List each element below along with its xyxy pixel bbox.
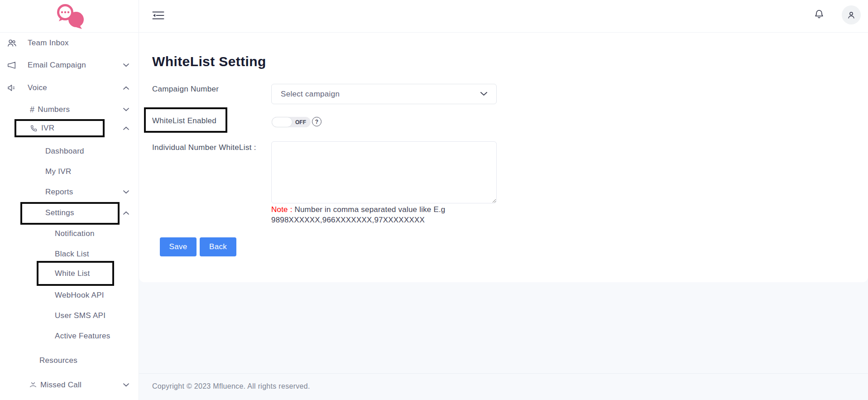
sidebar-item-my-ivr[interactable]: My IVR [0, 164, 139, 179]
hash-icon: # [30, 105, 34, 115]
whitelist-textarea[interactable] [271, 141, 497, 203]
chevron-down-icon [480, 92, 487, 96]
chevron-up-icon [123, 211, 129, 215]
whitelist-enabled-label: WhiteList Enabled [152, 116, 216, 125]
sidebar-item-missed-call[interactable]: Missed Call [0, 377, 139, 393]
sidebar-item-email-campaign[interactable]: Email Campaign [0, 58, 139, 73]
toggle-state-label: OFF [295, 117, 306, 127]
user-avatar[interactable] [842, 5, 861, 24]
note-body: Number in comma separated value like E.g [293, 205, 446, 214]
sidebar-item-label: White List [55, 269, 90, 278]
people-icon [7, 38, 17, 48]
sidebar-item-label: Team Inbox [28, 39, 69, 48]
sidebar-item-reports[interactable]: Reports [0, 184, 139, 200]
sidebar-divider [0, 32, 139, 33]
chevron-down-icon [123, 108, 129, 111]
sidebar-item-user-sms-api[interactable]: User SMS API [0, 308, 139, 323]
toggle-knob[interactable] [272, 117, 293, 127]
back-button[interactable]: Back [200, 237, 236, 256]
sidebar-item-black-list[interactable]: Black List [0, 246, 139, 262]
save-button[interactable]: Save [160, 237, 197, 256]
sidebar-item-label: Voice [28, 83, 47, 92]
sidebar-item-dashboard[interactable]: Dashboard [0, 144, 139, 159]
phone-icon [30, 124, 38, 132]
sidebar-item-voice[interactable]: Voice [0, 80, 139, 96]
app-window: Team Inbox Email Campaign Voice [0, 0, 868, 400]
brand-logo-icon[interactable] [53, 2, 85, 30]
sidebar-item-label: Black List [55, 250, 89, 259]
footer: Copyright © 2023 Mfluence. All rights re… [139, 373, 868, 400]
sidebar-item-label: Dashboard [45, 147, 84, 156]
help-icon[interactable]: ? [312, 117, 321, 126]
page-title: WhiteList Setting [152, 54, 266, 69]
sidebar-item-label: WebHook API [55, 291, 104, 300]
chevron-up-icon [123, 126, 129, 130]
sidebar-item-label: Email Campaign [28, 61, 86, 70]
note-example: 9898XXXXXX,966XXXXXXX,97XXXXXXXX [271, 216, 425, 224]
sidebar-item-webhook-api[interactable]: WebHook API [0, 288, 139, 303]
sidebar-item-label: Missed Call [40, 381, 82, 390]
sidebar: Team Inbox Email Campaign Voice [0, 0, 139, 400]
person-icon [846, 10, 856, 20]
sidebar-item-numbers[interactable]: # Numbers [0, 102, 139, 117]
top-bar [139, 0, 868, 33]
sidebar-item-label: Notification [55, 229, 95, 238]
note-prefix: Note : [271, 205, 293, 214]
campaign-select[interactable]: Select campaign [271, 84, 497, 104]
sidebar-item-label: User SMS API [55, 311, 106, 320]
sidebar-item-label: Settings [45, 208, 74, 217]
chevron-down-icon [123, 63, 129, 67]
sidebar-item-label: Reports [45, 188, 73, 197]
sidebar-item-settings[interactable]: Settings [0, 205, 139, 221]
sidebar-item-ivr[interactable]: IVR [0, 120, 139, 136]
copyright-text: Copyright © 2023 Mfluence. All rights re… [152, 382, 310, 390]
bell-icon[interactable] [813, 8, 825, 21]
megaphone-icon [7, 60, 17, 70]
whitelist-toggle[interactable]: OFF [272, 117, 311, 127]
sidebar-item-active-features[interactable]: Active Features [0, 328, 139, 344]
sidebar-item-notification[interactable]: Notification [0, 226, 139, 241]
chevron-down-icon [123, 190, 129, 194]
sidebar-item-label: My IVR [45, 167, 72, 176]
sidebar-item-label: IVR [41, 124, 54, 133]
missed-call-icon [29, 381, 37, 389]
chevron-down-icon [123, 383, 129, 387]
chevron-up-icon [123, 86, 129, 90]
sidebar-item-label: Resources [39, 356, 77, 365]
individual-whitelist-label: Individual Number WhiteList : [152, 143, 256, 152]
content-card [139, 33, 868, 282]
sidebar-item-label: Active Features [55, 332, 110, 341]
sidebar-item-white-list[interactable]: White List [0, 266, 139, 281]
campaign-number-label: Campaign Number [152, 85, 219, 94]
campaign-select-value: Select campaign [281, 90, 340, 99]
sidebar-item-label: Numbers [38, 105, 70, 114]
menu-fold-icon[interactable] [152, 11, 164, 20]
sidebar-item-resources[interactable]: Resources [0, 353, 139, 368]
speaker-icon [7, 83, 17, 93]
note-text: Note : Number in comma separated value l… [271, 204, 525, 225]
sidebar-item-team-inbox[interactable]: Team Inbox [0, 35, 139, 51]
